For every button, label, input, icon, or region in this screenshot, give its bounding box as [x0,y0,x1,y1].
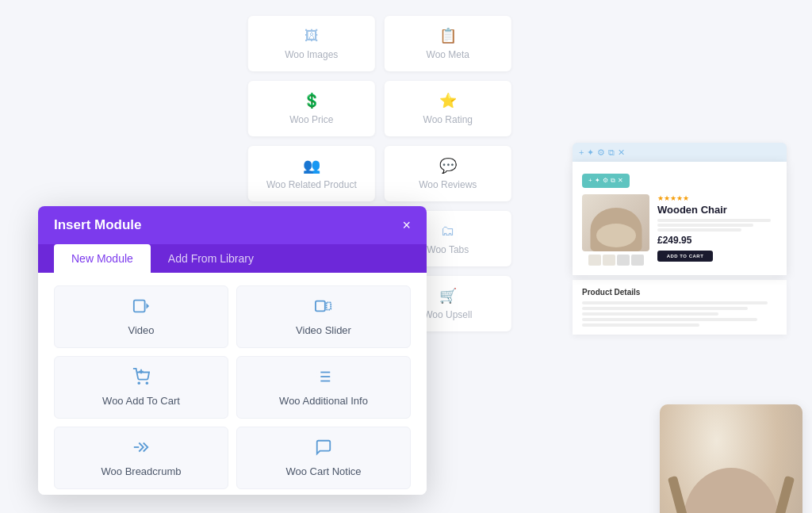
svg-rect-2 [316,301,325,312]
woo-related-product-label: Woo Related Product [266,179,357,190]
module-item-video-slider[interactable]: Video Slider [236,285,411,348]
woo-upsell-label: Woo Upsell [423,309,472,320]
bg-module-woo-price[interactable]: 💲 Woo Price [248,81,375,136]
svg-marker-1 [146,303,149,308]
svg-point-4 [138,382,140,384]
woo-reviews-icon: 💬 [439,157,457,174]
module-video-slider-label: Video Slider [296,324,351,336]
module-item-woo-breadcrumb[interactable]: Woo Breadcrumb [54,427,228,489]
woo-breadcrumb-icon [132,438,150,460]
preview-inner-toolbar: + ✦ ⚙ ⧉ ✕ [582,174,630,188]
dialog-modules-grid: Video Video Slider Woo Add To Cart [54,285,411,495]
module-woo-cart-notice-label: Woo Cart Notice [285,465,361,477]
bg-module-woo-meta[interactable]: 📋 Woo Meta [385,16,511,71]
preview-chair-large [660,404,802,513]
svg-point-5 [146,382,147,384]
module-item-woo-additional-info[interactable]: Woo Additional Info [236,356,411,419]
woo-images-label: Woo Images [285,49,338,60]
svg-rect-3 [327,302,331,309]
woo-price-label: Woo Price [289,114,333,125]
woo-tabs-icon: 🗂 [441,223,455,239]
bg-module-woo-related-product[interactable]: 👥 Woo Related Product [248,146,375,201]
preview-product-description [657,219,777,232]
module-woo-breadcrumb-label: Woo Breadcrumb [102,465,182,477]
dialog-body: Video Video Slider Woo Add To Cart [38,273,427,495]
woo-upsell-icon: 🛒 [439,287,457,304]
toolbar-plus-icon[interactable]: + [579,147,584,157]
woo-additional-info-icon [315,368,332,389]
dialog-close-button[interactable]: × [402,218,411,232]
tab-add-from-library[interactable]: Add From Library [151,244,271,273]
preview-panel: + ✦ ⚙ ⧉ ✕ + ✦ ⚙ ⧉ ✕ [573,143,787,468]
dialog-title: Insert Module [54,217,142,233]
preview-top-toolbar: + ✦ ⚙ ⧉ ✕ [573,143,787,162]
preview-product-info: ★★★★★ Wooden Chair £249.95 ADD TO CART [657,194,777,266]
woo-cart-notice-icon [315,438,332,460]
woo-add-to-cart-icon [132,368,150,389]
preview-product-title: Wooden Chair [657,204,777,216]
tab-new-module[interactable]: New Module [54,244,151,273]
dialog-tabs: New Module Add From Library [38,244,427,273]
module-woo-add-to-cart-label: Woo Add To Cart [102,395,180,407]
bg-module-woo-reviews[interactable]: 💬 Woo Reviews [385,146,511,201]
woo-tabs-label: Woo Tabs [427,244,469,255]
woo-price-icon: 💲 [303,92,320,109]
dialog-header: Insert Module × [38,206,427,244]
woo-images-icon: 🖼 [304,28,319,44]
video-icon [132,297,150,319]
toolbar-copy-icon[interactable]: ⧉ [608,147,615,158]
preview-product-image-area [582,194,649,266]
module-woo-additional-info-label: Woo Additional Info [279,395,368,407]
preview-product-card: + ✦ ⚙ ⧉ ✕ [573,162,787,275]
woo-related-product-icon: 👥 [303,157,320,174]
woo-meta-label: Woo Meta [427,49,469,60]
svg-rect-0 [134,301,145,312]
preview-price: £249.95 [657,235,777,246]
preview-stars: ★★★★★ [657,194,777,202]
preview-product-details: Product Details [573,280,787,335]
bg-module-woo-rating[interactable]: ⭐ Woo Rating [385,81,511,136]
toolbar-move-icon[interactable]: ✦ [587,147,594,158]
module-item-woo-cart-notice[interactable]: Woo Cart Notice [236,427,411,489]
bg-module-woo-images[interactable]: 🖼 Woo Images [248,16,375,71]
video-slider-icon [315,297,332,319]
woo-rating-icon: ⭐ [439,92,457,109]
preview-details-title: Product Details [582,288,777,297]
woo-rating-label: Woo Rating [423,114,473,125]
woo-meta-icon: 📋 [439,27,457,44]
woo-reviews-label: Woo Reviews [419,179,477,190]
insert-module-dialog: Insert Module × New Module Add From Libr… [38,206,427,495]
module-video-label: Video [128,324,154,336]
module-item-video[interactable]: Video [54,285,228,348]
toolbar-delete-icon[interactable]: ✕ [618,147,625,158]
toolbar-settings-icon[interactable]: ⚙ [597,147,605,158]
module-item-woo-add-to-cart[interactable]: Woo Add To Cart [54,356,228,419]
